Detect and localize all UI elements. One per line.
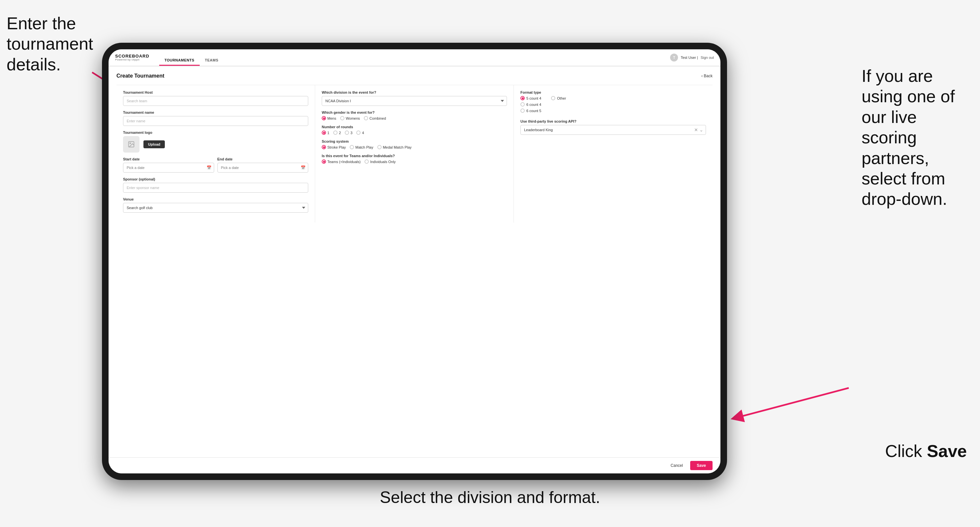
- tournament-name-group: Tournament name: [123, 111, 308, 126]
- format-5-count-4-radio[interactable]: [520, 96, 525, 100]
- form-col-3: Format type 5 count 4 Other: [514, 85, 713, 222]
- app-header: SCOREBOARD Powered by clippit TOURNAMENT…: [108, 49, 721, 67]
- page-header: Create Tournament Back: [116, 73, 713, 79]
- end-date-label: End date: [218, 157, 309, 161]
- rounds-2[interactable]: 2: [333, 130, 341, 135]
- gender-mens[interactable]: Mens: [322, 116, 336, 120]
- page-title: Create Tournament: [116, 73, 164, 79]
- start-date-group: Start date 📅: [123, 157, 214, 173]
- back-link[interactable]: Back: [702, 74, 713, 78]
- scoring-match-play-radio[interactable]: [350, 145, 354, 149]
- tournament-name-input[interactable]: [123, 116, 308, 126]
- teams-group: Is this event for Teams and/or Individua…: [322, 154, 507, 164]
- sponsor-label: Sponsor (optional): [123, 177, 308, 181]
- format-other[interactable]: Other: [551, 96, 566, 100]
- scoring-medal-match-play[interactable]: Medal Match Play: [377, 145, 412, 149]
- brand-title: SCOREBOARD: [115, 54, 150, 58]
- format-other-radio[interactable]: [551, 96, 555, 100]
- scoring-match-play[interactable]: Match Play: [350, 145, 373, 149]
- tab-teams[interactable]: TEAMS: [200, 56, 224, 66]
- scoring-label: Scoring system: [322, 140, 507, 143]
- rounds-2-radio[interactable]: [333, 130, 337, 135]
- format-row-1: 5 count 4 Other: [520, 96, 706, 100]
- end-date-input[interactable]: [218, 163, 309, 173]
- brand-sub: Powered by clippit: [115, 58, 150, 61]
- division-label: Which division is the event for?: [322, 90, 507, 94]
- sponsor-group: Sponsor (optional): [123, 177, 308, 193]
- format-6-count-5[interactable]: 6 count 5: [520, 108, 541, 113]
- gender-combined[interactable]: Combined: [364, 116, 386, 120]
- end-date-calendar-icon: 📅: [301, 165, 305, 170]
- gender-womens-radio[interactable]: [340, 116, 344, 120]
- tournament-logo-group: Tournament logo Upload: [123, 130, 308, 152]
- rounds-group: Number of rounds 1 2: [322, 125, 507, 135]
- individuals-only-radio[interactable]: [364, 159, 369, 164]
- live-scoring-wrap: Leaderboard King ✕ ⌄: [520, 125, 706, 135]
- rounds-1-radio[interactable]: [322, 130, 326, 135]
- tournament-host-input[interactable]: [123, 96, 308, 106]
- teams-plus-individuals[interactable]: Teams (+Individuals): [322, 159, 361, 164]
- gender-radio-group: Mens Womens Combined: [322, 116, 507, 120]
- scoring-stroke-play-radio[interactable]: [322, 145, 326, 149]
- rounds-1[interactable]: 1: [322, 130, 329, 135]
- tab-tournaments[interactable]: TOURNAMENTS: [159, 56, 200, 66]
- rounds-radio-group: 1 2 3: [322, 130, 507, 135]
- annotation-bottom-center: Select the division and format.: [380, 487, 600, 507]
- teams-plus-individuals-radio[interactable]: [322, 159, 326, 164]
- live-scoring-label: Use third-party live scoring API?: [520, 119, 706, 123]
- format-type-label: Format type: [520, 90, 706, 94]
- start-date-input[interactable]: [123, 163, 214, 173]
- format-5-count-4[interactable]: 5 count 4: [520, 96, 541, 100]
- end-date-wrap: 📅: [218, 163, 309, 173]
- venue-label: Venue: [123, 197, 308, 201]
- gender-womens[interactable]: Womens: [340, 116, 360, 120]
- start-date-calendar-icon: 📅: [207, 165, 212, 170]
- division-select[interactable]: NCAA Division I: [322, 96, 507, 106]
- venue-select[interactable]: Search golf club: [123, 203, 308, 213]
- page-content: Create Tournament Back Tournament Host T…: [108, 67, 721, 457]
- individuals-only[interactable]: Individuals Only: [364, 159, 396, 164]
- format-6-count-5-radio[interactable]: [520, 108, 525, 113]
- annotation-top-left: Enter the tournament details.: [6, 13, 99, 75]
- format-row-2: 6 count 4: [520, 102, 706, 106]
- rounds-3-radio[interactable]: [345, 130, 349, 135]
- save-button[interactable]: Save: [690, 461, 713, 470]
- live-scoring-clear-icon[interactable]: ✕ ⌄: [694, 127, 703, 132]
- gender-combined-radio[interactable]: [364, 116, 368, 120]
- sign-out-link[interactable]: Sign out: [701, 56, 714, 59]
- annotation-bottom-right: Click Save: [885, 441, 967, 461]
- rounds-4-radio[interactable]: [356, 130, 361, 135]
- cancel-button[interactable]: Cancel: [667, 461, 687, 470]
- teams-label: Is this event for Teams and/or Individua…: [322, 154, 507, 158]
- venue-select-wrap: Search golf club: [123, 203, 308, 213]
- scoring-radio-group: Stroke Play Match Play Medal Match Play: [322, 145, 507, 149]
- scoring-group: Scoring system Stroke Play Match Play: [322, 140, 507, 149]
- rounds-3[interactable]: 3: [345, 130, 352, 135]
- annotation-top-right: If you are using one of our live scoring…: [862, 66, 974, 210]
- tablet-screen: SCOREBOARD Powered by clippit TOURNAMENT…: [108, 49, 721, 473]
- gender-mens-radio[interactable]: [322, 116, 326, 120]
- live-scoring-group: Use third-party live scoring API? Leader…: [520, 119, 706, 135]
- form-grid: Tournament Host Tournament name Tourname…: [116, 85, 713, 222]
- start-date-label: Start date: [123, 157, 214, 161]
- tablet: SCOREBOARD Powered by clippit TOURNAMENT…: [102, 43, 727, 480]
- sponsor-input[interactable]: [123, 183, 308, 193]
- scoring-stroke-play[interactable]: Stroke Play: [322, 145, 346, 149]
- form-col-1: Tournament Host Tournament name Tourname…: [116, 85, 315, 222]
- end-date-group: End date 📅: [218, 157, 309, 173]
- gender-group: Which gender is the event for? Mens Wome…: [322, 111, 507, 120]
- tournament-host-group: Tournament Host: [123, 90, 308, 106]
- svg-point-5: [130, 143, 130, 144]
- live-scoring-value[interactable]: Leaderboard King: [520, 125, 706, 135]
- format-6-count-4-radio[interactable]: [520, 102, 525, 106]
- user-name: Test User |: [681, 56, 698, 59]
- rounds-label: Number of rounds: [322, 125, 507, 129]
- rounds-4[interactable]: 4: [356, 130, 364, 135]
- tournament-logo-label: Tournament logo: [123, 130, 308, 135]
- scoring-medal-match-play-radio[interactable]: [377, 145, 382, 149]
- teams-radio-group: Teams (+Individuals) Individuals Only: [322, 159, 507, 164]
- format-type-options: 5 count 4 Other: [520, 96, 706, 113]
- page-footer: Cancel Save: [108, 457, 721, 473]
- upload-button[interactable]: Upload: [143, 140, 165, 148]
- format-6-count-4[interactable]: 6 count 4: [520, 102, 541, 106]
